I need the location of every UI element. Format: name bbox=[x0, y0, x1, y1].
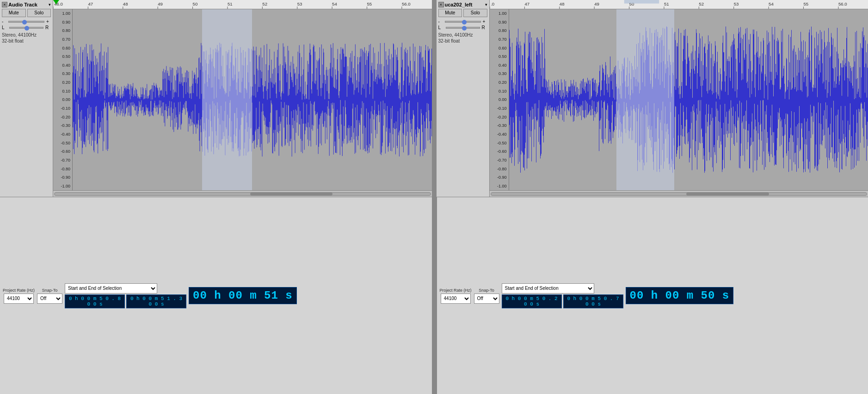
left-start-time[interactable]: 0 h 0 0 m 5 0 . 8 0 0 s bbox=[65, 294, 125, 308]
right-scrollbar[interactable] bbox=[490, 190, 868, 197]
left-track-controls: × Audio Track ▾ Mute Solo - + L bbox=[0, 0, 53, 197]
left-snap-to-select[interactable]: Off bbox=[37, 294, 62, 304]
right-pan-slider[interactable] bbox=[446, 27, 480, 29]
right-pan-row: L R bbox=[438, 25, 487, 30]
right-project-rate-label: Project Rate (Hz) bbox=[440, 288, 472, 293]
right-track-dropdown[interactable]: ▾ bbox=[485, 2, 487, 7]
right-selection-mode-select[interactable]: Start and End of Selection bbox=[502, 283, 594, 294]
right-snap-label: Snap-To bbox=[479, 288, 494, 293]
right-solo-button[interactable]: Solo bbox=[463, 9, 487, 17]
y-tick: -0.30 bbox=[491, 123, 508, 128]
left-waveform-main[interactable] bbox=[73, 9, 432, 190]
svg-text:52: 52 bbox=[262, 2, 267, 6]
right-track-title-bar: × uca202_left ▾ bbox=[438, 2, 487, 7]
panels-row: × Audio Track ▾ Mute Solo - + L bbox=[0, 0, 868, 394]
right-ruler[interactable]: .0 47 48 49 50 51 52 53 bbox=[490, 0, 868, 9]
left-pan-l-label: L bbox=[2, 25, 7, 30]
right-panel: × uca202_left ▾ Mute Solo - + L bbox=[437, 0, 868, 394]
y-tick: 1.00 bbox=[54, 11, 71, 16]
left-waveform-canvas[interactable] bbox=[73, 9, 432, 190]
left-y-axis: 1.00 0.90 0.80 0.70 0.60 0.50 0.40 0.30 … bbox=[53, 9, 73, 190]
y-tick: 0.10 bbox=[54, 89, 71, 94]
left-project-rate-select[interactable]: 44100 bbox=[4, 294, 34, 304]
right-snap-to-select[interactable]: Off bbox=[474, 294, 499, 304]
right-start-time[interactable]: 0 h 0 0 m 5 0 . 2 0 0 s bbox=[502, 294, 562, 308]
right-vol-minus[interactable]: - bbox=[438, 19, 443, 24]
svg-text:55: 55 bbox=[803, 2, 808, 6]
y-tick: 1.00 bbox=[491, 11, 508, 16]
y-tick: -0.10 bbox=[491, 106, 508, 111]
svg-text:.0: .0 bbox=[491, 2, 494, 6]
left-scrollbar-track[interactable] bbox=[54, 192, 431, 196]
y-tick: 0.00 bbox=[54, 97, 71, 102]
right-mute-button[interactable]: Mute bbox=[438, 9, 462, 17]
right-end-time[interactable]: 0 h 0 0 m 5 0 . 7 0 0 s bbox=[563, 294, 623, 308]
y-tick: -0.40 bbox=[54, 132, 71, 137]
left-vol-minus[interactable]: - bbox=[2, 19, 6, 24]
left-close-button[interactable]: × bbox=[2, 2, 7, 7]
right-snap-to-group: Snap-To Off bbox=[474, 288, 499, 304]
left-selection-group: Start and End of Selection 0 h 0 0 m 5 0… bbox=[65, 283, 186, 308]
left-track-title: Audio Track bbox=[8, 2, 49, 7]
right-pan-l-label: L bbox=[438, 25, 444, 30]
left-main-time: 00 h 00 m 51 s bbox=[189, 287, 297, 304]
y-tick: 0.50 bbox=[54, 54, 71, 59]
right-scrollbar-thumb[interactable] bbox=[686, 193, 769, 195]
left-volume-slider[interactable] bbox=[8, 21, 44, 23]
svg-text:48: 48 bbox=[123, 2, 128, 6]
svg-text:56.0: 56.0 bbox=[838, 2, 847, 6]
left-ruler-svg: 46.0 47 48 49 50 51 52 53 bbox=[53, 0, 432, 9]
left-ruler[interactable]: 46.0 47 48 49 50 51 52 53 bbox=[53, 0, 432, 9]
y-tick: 0.40 bbox=[491, 63, 508, 68]
svg-text:51: 51 bbox=[664, 2, 669, 6]
right-ruler-svg: .0 47 48 49 50 51 52 53 bbox=[490, 0, 868, 9]
right-project-rate-select[interactable]: 44100 bbox=[441, 294, 471, 304]
y-tick: -0.50 bbox=[491, 141, 508, 145]
left-solo-button[interactable]: Solo bbox=[27, 9, 51, 17]
left-snap-label: Snap-To bbox=[42, 288, 58, 293]
right-track-info: Stereo, 44100Hz 32-bit float bbox=[438, 32, 487, 44]
y-tick: 0.00 bbox=[491, 97, 508, 102]
y-tick: 0.60 bbox=[54, 46, 71, 50]
svg-text:54: 54 bbox=[769, 2, 774, 6]
left-scrollbar-thumb[interactable] bbox=[250, 193, 333, 195]
left-scrollbar[interactable] bbox=[53, 190, 432, 197]
y-tick: -0.20 bbox=[491, 115, 508, 119]
svg-text:47: 47 bbox=[524, 2, 529, 6]
right-time-inputs: 0 h 0 0 m 5 0 . 2 0 0 s 0 h 0 0 m 5 0 . … bbox=[502, 294, 623, 308]
left-end-time[interactable]: 0 h 0 0 m 5 1 . 3 0 0 s bbox=[126, 294, 186, 308]
left-selection-mode-select[interactable]: Start and End of Selection bbox=[65, 283, 157, 294]
left-track-body: 46.0 47 48 49 50 51 52 53 bbox=[53, 0, 432, 197]
left-mute-button[interactable]: Mute bbox=[2, 9, 26, 17]
svg-text:56.0: 56.0 bbox=[402, 2, 411, 6]
svg-text:47: 47 bbox=[88, 2, 93, 6]
svg-rect-45 bbox=[624, 0, 659, 4]
right-waveform-main[interactable] bbox=[509, 9, 868, 190]
right-vol-plus[interactable]: + bbox=[483, 19, 487, 24]
right-main-time: 00 h 00 m 50 s bbox=[626, 287, 734, 304]
y-tick: 0.20 bbox=[54, 80, 71, 85]
right-waveform-canvas[interactable] bbox=[509, 9, 868, 190]
right-close-button[interactable]: × bbox=[438, 2, 444, 7]
right-track-controls: × uca202_left ▾ Mute Solo - + L bbox=[437, 0, 490, 197]
svg-text:49: 49 bbox=[594, 2, 599, 6]
svg-text:52: 52 bbox=[699, 2, 704, 6]
left-panel-content: × Audio Track ▾ Mute Solo - + L bbox=[0, 0, 432, 197]
left-vol-plus[interactable]: + bbox=[46, 19, 51, 24]
right-selection-group: Start and End of Selection 0 h 0 0 m 5 0… bbox=[502, 283, 623, 308]
svg-text:55: 55 bbox=[367, 2, 372, 6]
right-volume-slider[interactable] bbox=[445, 21, 481, 23]
y-tick: -0.60 bbox=[54, 149, 71, 154]
svg-text:50: 50 bbox=[193, 2, 198, 6]
y-tick: -0.20 bbox=[54, 115, 71, 119]
svg-text:48: 48 bbox=[559, 2, 564, 6]
svg-text:54: 54 bbox=[332, 2, 337, 6]
left-track-dropdown[interactable]: ▾ bbox=[49, 2, 51, 7]
y-tick: 0.50 bbox=[491, 54, 508, 59]
left-volume-row: - + bbox=[2, 19, 51, 24]
right-scrollbar-track[interactable] bbox=[491, 192, 868, 196]
y-tick: -0.60 bbox=[491, 149, 508, 154]
y-tick: 0.70 bbox=[491, 37, 508, 42]
left-pan-slider[interactable] bbox=[9, 27, 43, 29]
right-track-title: uca202_left bbox=[445, 2, 485, 7]
